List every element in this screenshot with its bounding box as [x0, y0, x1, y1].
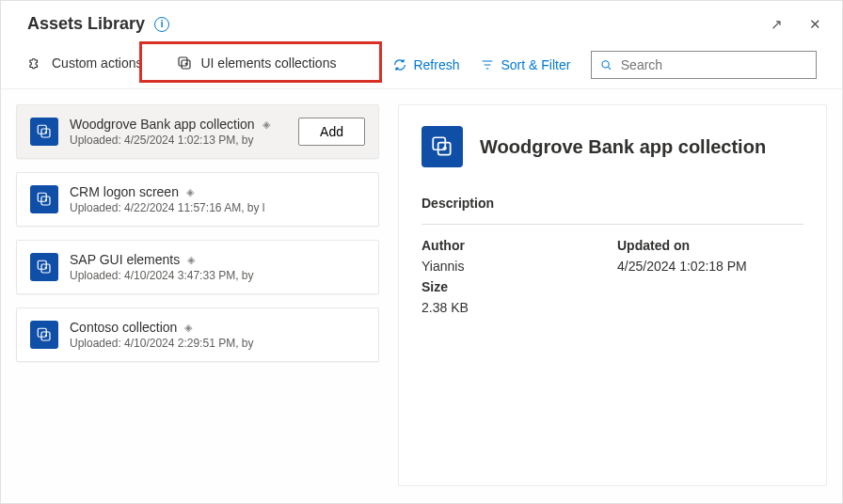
sort-filter-label: Sort & Filter — [501, 57, 570, 72]
collection-meta: Uploaded: 4/25/2024 1:02:13 PM, by — [70, 134, 287, 147]
collection-name: Woodgrove Bank app collection — [70, 117, 255, 132]
collection-meta: Uploaded: 4/10/2024 2:29:51 PM, by — [70, 337, 365, 350]
collection-icon — [30, 321, 58, 349]
collection-icon — [30, 118, 58, 146]
premium-icon: ◈ — [187, 254, 195, 266]
collection-meta: Uploaded: 4/10/2024 3:47:33 PM, by — [70, 269, 365, 282]
author-label: Author — [422, 238, 608, 253]
svg-point-2 — [602, 61, 609, 68]
page-title: Assets Library — [27, 14, 145, 34]
collection-meta: Uploaded: 4/22/2024 11:57:16 AM, by l — [70, 201, 365, 214]
description-label: Description — [422, 196, 803, 225]
refresh-button[interactable]: Refresh — [392, 57, 459, 72]
collection-name: Contoso collection — [70, 320, 177, 335]
list-item[interactable]: Woodgrove Bank app collection ◈ Uploaded… — [16, 104, 379, 159]
tab-custom-actions-label: Custom actions — [52, 55, 142, 71]
collection-stack-icon — [176, 55, 193, 71]
collection-icon — [30, 253, 58, 281]
collection-icon — [422, 126, 463, 167]
puzzle-icon — [27, 55, 44, 71]
collection-icon — [30, 185, 58, 213]
list-item[interactable]: Contoso collection ◈ Uploaded: 4/10/2024… — [16, 307, 379, 362]
size-label: Size — [422, 279, 608, 294]
search-icon — [599, 57, 612, 72]
premium-icon: ◈ — [186, 186, 194, 198]
premium-icon: ◈ — [262, 118, 270, 131]
tab-custom-actions[interactable]: Custom actions — [14, 49, 155, 81]
author-value: Yiannis — [422, 259, 608, 274]
search-input-wrap[interactable] — [591, 51, 817, 79]
size-value: 2.38 KB — [422, 300, 608, 315]
tab-ui-elements[interactable]: UI elements collections — [163, 49, 349, 81]
list-item[interactable]: CRM logon screen ◈ Uploaded: 4/22/2024 1… — [16, 172, 379, 227]
search-input[interactable] — [621, 57, 809, 72]
list-item[interactable]: SAP GUI elements ◈ Uploaded: 4/10/2024 3… — [16, 240, 379, 294]
premium-icon: ◈ — [184, 322, 192, 334]
expand-icon[interactable]: ↗ — [771, 16, 783, 33]
tab-ui-elements-label: UI elements collections — [200, 55, 336, 71]
detail-title: Woodgrove Bank app collection — [480, 136, 766, 158]
refresh-label: Refresh — [413, 57, 459, 72]
detail-panel: Woodgrove Bank app collection Descriptio… — [398, 104, 827, 486]
info-icon[interactable]: i — [154, 17, 169, 32]
collection-name: CRM logon screen — [70, 184, 179, 199]
add-button[interactable]: Add — [298, 118, 365, 146]
updated-label: Updated on — [617, 238, 803, 253]
collections-list: Woodgrove Bank app collection ◈ Uploaded… — [16, 104, 379, 486]
collection-name: SAP GUI elements — [70, 252, 180, 267]
updated-value: 4/25/2024 1:02:18 PM — [617, 259, 803, 274]
close-icon[interactable]: ✕ — [809, 16, 821, 33]
sort-filter-button[interactable]: Sort & Filter — [480, 57, 570, 72]
